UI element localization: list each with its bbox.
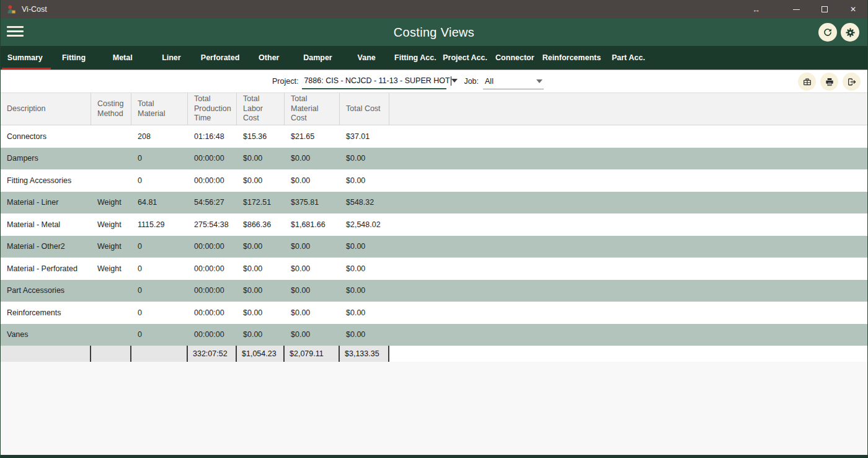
export-exit-icon xyxy=(847,77,857,87)
job-value: All xyxy=(485,77,494,86)
cell-costing-method: Weight xyxy=(91,264,131,273)
column-header-total-production-time[interactable]: Total Production Time xyxy=(188,93,237,125)
job-dropdown-arrow-icon[interactable] xyxy=(536,79,542,83)
export-grid-button[interactable] xyxy=(798,73,816,91)
cell-costing-method: Weight xyxy=(91,220,131,229)
cell-total-cost: $37.01 xyxy=(340,132,389,141)
cell-total-labor-cost: $15.36 xyxy=(237,132,285,141)
tab-fitting[interactable]: Fitting xyxy=(50,46,99,70)
cell-total-production-time: 00:00:00 xyxy=(188,286,237,295)
table-row-fitting-accessories[interactable]: Fitting Accessories000:00:00$0.00$0.00$0… xyxy=(1,169,867,192)
table-row-dampers[interactable]: Dampers000:00:00$0.00$0.00$0.00 xyxy=(1,148,867,170)
cell-description: Material - Liner xyxy=(1,198,91,207)
cell-total-material-cost: $0.00 xyxy=(285,286,340,295)
close-button[interactable]: ✕ xyxy=(839,0,867,19)
job-combobox[interactable]: All xyxy=(483,74,544,89)
cell-total-material-cost: $0.00 xyxy=(285,330,340,339)
bottom-accent-strip xyxy=(1,455,867,458)
filters: Project: 7886: CIS - NCJCD - 11-13 - SUP… xyxy=(272,70,544,92)
titlebar: Vi-Cost ↔ ✕ xyxy=(1,0,867,19)
tab-damper[interactable]: Damper xyxy=(293,46,342,70)
column-header-total-material-cost[interactable]: Total Material Cost xyxy=(285,93,340,125)
cell-total-material-cost: $0.00 xyxy=(285,264,340,273)
cell-total-labor-cost: $0.00 xyxy=(237,264,285,273)
cell-total-labor-cost: $0.00 xyxy=(237,154,285,163)
tab-liner[interactable]: Liner xyxy=(147,46,196,70)
cell-costing-method: Weight xyxy=(91,198,131,207)
column-header-total-material[interactable]: Total Material xyxy=(131,93,188,125)
app-title: Vi-Cost xyxy=(22,5,47,14)
tab-summary[interactable]: Summary xyxy=(1,46,50,70)
tab-part-acc[interactable]: Part Acc. xyxy=(604,46,653,70)
column-header-costing-method[interactable]: Costing Method xyxy=(91,93,131,125)
tab-connector[interactable]: Connector xyxy=(490,46,539,70)
empty-area xyxy=(1,362,867,455)
tab-bar: SummaryFittingMetalLinerPerforatedOtherD… xyxy=(1,46,867,70)
cell-total-labor-cost: $172.51 xyxy=(237,198,285,207)
cell-total-material: 0 xyxy=(131,286,188,295)
export-button[interactable] xyxy=(843,73,861,91)
project-value: 7886: CIS - NCJCD - 11-13 - SUPER HOT xyxy=(304,76,450,85)
window-controls: ✕ xyxy=(782,0,867,19)
column-header-total-labor-cost[interactable]: Total Labor Cost xyxy=(237,93,285,125)
cell-total-material: 0 xyxy=(131,176,188,185)
tab-reinforcements[interactable]: Reinforcements xyxy=(539,46,604,70)
tab-other[interactable]: Other xyxy=(244,46,293,70)
cell-total-material-cost: $0.00 xyxy=(285,176,340,185)
cell-total-material: 0 xyxy=(131,242,188,251)
cell-total-cost: $0.00 xyxy=(340,286,389,295)
print-button[interactable] xyxy=(820,73,838,91)
tab-perforated[interactable]: Perforated xyxy=(196,46,245,70)
table-row-material-perforated[interactable]: Material - PerforatedWeight000:00:00$0.0… xyxy=(1,258,867,280)
app-logo-icon xyxy=(6,4,17,15)
cell-total-labor-cost: $0.00 xyxy=(237,176,285,185)
tab-fitting-acc[interactable]: Fitting Acc. xyxy=(391,46,440,70)
refresh-button[interactable] xyxy=(818,23,837,42)
cell-description: Material - Perforated xyxy=(1,264,91,273)
hamburger-menu-icon[interactable] xyxy=(7,26,24,37)
column-header-total-cost[interactable]: Total Cost xyxy=(340,93,389,125)
table-row-material-metal[interactable]: Material - MetalWeight1115.29275:54:38$8… xyxy=(1,213,867,236)
table-row-material-other2[interactable]: Material - Other2Weight000:00:00$0.00$0.… xyxy=(1,236,867,258)
app-header: Costing Views xyxy=(1,19,867,46)
header-actions xyxy=(818,23,859,42)
cell-total-production-time: 00:00:00 xyxy=(188,264,237,273)
table-row-part-accessories[interactable]: Part Accessories000:00:00$0.00$0.00$0.00 xyxy=(1,280,867,302)
tab-metal[interactable]: Metal xyxy=(98,46,147,70)
table-row-connectors[interactable]: Connectors20801:16:48$15.36$21.65$37.01 xyxy=(1,125,867,148)
cell-total-material-cost: $0.00 xyxy=(285,154,340,163)
column-header-description[interactable]: Description xyxy=(1,93,91,125)
cell-total-production-time: 54:56:27 xyxy=(188,198,237,207)
refresh-icon xyxy=(823,27,833,37)
settings-button[interactable] xyxy=(841,23,859,42)
cell-description: Vanes xyxy=(1,330,91,339)
tab-project-acc[interactable]: Project Acc. xyxy=(440,46,490,70)
cell-total-cost: $0.00 xyxy=(340,176,389,185)
cell-total-labor-cost: $0.00 xyxy=(237,286,285,295)
cell-total-material-cost: $21.65 xyxy=(285,132,340,141)
tab-vane[interactable]: Vane xyxy=(342,46,391,70)
cell-total-labor-cost: $0.00 xyxy=(237,308,285,317)
cell-total-material: 1115.29 xyxy=(131,220,188,229)
grid-header-row: DescriptionCosting MethodTotal MaterialT… xyxy=(1,92,867,125)
project-dropdown-arrow-icon[interactable] xyxy=(451,79,458,83)
cell-total-material: 64.81 xyxy=(131,198,188,207)
cell-total-material-cost: $375.81 xyxy=(285,198,340,207)
table-row-material-liner[interactable]: Material - LinerWeight64.8154:56:27$172.… xyxy=(1,192,867,214)
page-title: Costing Views xyxy=(1,25,867,40)
maximize-button[interactable] xyxy=(810,0,839,19)
table-row-reinforcements[interactable]: Reinforcements000:00:00$0.00$0.00$0.00 xyxy=(1,302,867,324)
close-icon: ✕ xyxy=(850,5,856,14)
cell-total-production-time: 00:00:00 xyxy=(188,330,237,339)
table-row-vanes[interactable]: Vanes000:00:00$0.00$0.00$0.00 xyxy=(1,324,867,346)
cell-total-cost: $0.00 xyxy=(340,264,389,273)
active-tab-indicator xyxy=(2,68,51,70)
gear-icon xyxy=(845,27,856,38)
export-grid-icon xyxy=(802,77,812,87)
resize-horizontal-icon[interactable]: ↔ xyxy=(752,0,760,19)
column-header-filler xyxy=(389,93,867,125)
project-combobox[interactable]: 7886: CIS - NCJCD - 11-13 - SUPER HOT xyxy=(302,74,446,89)
minimize-button[interactable] xyxy=(782,0,810,19)
costing-summary-grid: DescriptionCosting MethodTotal MaterialT… xyxy=(1,92,867,362)
cell-total-material-cost: $0.00 xyxy=(285,242,340,251)
